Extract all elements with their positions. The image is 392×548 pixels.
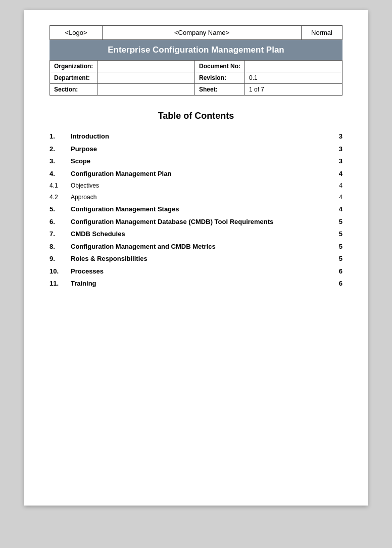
section-value xyxy=(97,84,195,96)
document-title: Enterprise Configuration Management Plan xyxy=(50,40,342,60)
toc-num: 6. xyxy=(50,217,71,227)
toc-text: Approach xyxy=(71,193,96,202)
toc-entry-4: 4.Configuration Management Plan4 xyxy=(50,169,342,179)
toc-text: Configuration Management Database (CMDB)… xyxy=(71,217,273,227)
status-cell: Normal xyxy=(301,26,342,40)
toc-entry-2: 2.Purpose3 xyxy=(50,144,342,154)
header-table: <Logo> <Company Name> Normal xyxy=(50,25,342,40)
toc-page: 3 xyxy=(332,131,342,142)
toc-num: 10. xyxy=(50,266,71,277)
toc-entry-13: 11.Training6 xyxy=(50,279,342,289)
toc-num: 11. xyxy=(50,279,71,289)
section-label: Section: xyxy=(50,84,97,96)
revision-value: 0.1 xyxy=(244,72,342,84)
toc-entry-10: 8.Configuration Management and CMDB Metr… xyxy=(50,242,342,252)
toc-entry-7: 5.Configuration Management Stages4 xyxy=(50,204,342,214)
toc-num: 2. xyxy=(50,144,71,154)
toc-text: Configuration Management and CMDB Metric… xyxy=(71,242,216,252)
toc-page: 4 xyxy=(332,169,342,179)
toc-num: 4.2 xyxy=(50,193,71,202)
logo-cell: <Logo> xyxy=(50,26,103,40)
toc-text: Configuration Management Stages xyxy=(71,204,179,214)
toc-page: 4 xyxy=(332,193,342,202)
toc-num: 7. xyxy=(50,229,71,239)
toc-page: 4 xyxy=(332,181,342,190)
toc-page: 6 xyxy=(332,279,342,289)
toc-num: 5. xyxy=(50,204,71,214)
toc-num: 9. xyxy=(50,254,71,264)
org-value xyxy=(97,61,195,72)
toc-text: CMDB Schedules xyxy=(71,229,125,239)
toc-entry-9: 7.CMDB Schedules5 xyxy=(50,229,342,239)
toc-num: 4. xyxy=(50,169,71,179)
toc-num: 8. xyxy=(50,242,71,252)
toc-text: Purpose xyxy=(71,144,97,154)
toc-entry-12: 10.Processes6 xyxy=(50,266,342,277)
company-cell: <Company Name> xyxy=(103,26,302,40)
toc-page: 5 xyxy=(332,217,342,227)
toc-page: 4 xyxy=(332,204,342,214)
org-label: Organization: xyxy=(50,61,97,72)
toc-page: 3 xyxy=(332,156,342,166)
toc-entry-6: 4.2Approach4 xyxy=(50,193,342,202)
toc-text: Configuration Management Plan xyxy=(71,169,171,179)
revision-label: Revision: xyxy=(194,72,244,84)
toc-container: 1.Introduction32.Purpose33.Scope34.Confi… xyxy=(50,131,342,289)
docno-label: Document No: xyxy=(194,61,244,72)
toc-num: 4.1 xyxy=(50,181,71,190)
toc-num: 1. xyxy=(50,131,71,142)
docno-value xyxy=(244,61,342,72)
logo-text: <Logo> xyxy=(65,29,87,36)
dept-label: Department: xyxy=(50,72,97,84)
toc-text: Objectives xyxy=(71,181,99,190)
toc-page: 3 xyxy=(332,144,342,154)
toc-entry-3: 3.Scope3 xyxy=(50,156,342,166)
toc-page: 6 xyxy=(332,266,342,277)
meta-table: Organization: Document No: Department: R… xyxy=(50,60,342,96)
status-text: Normal xyxy=(311,29,332,36)
toc-title: Table of Contents xyxy=(50,111,342,121)
toc-entry-8: 6.Configuration Management Database (CMD… xyxy=(50,217,342,227)
toc-entry-1: 1.Introduction3 xyxy=(50,131,342,142)
sheet-label: Sheet: xyxy=(194,84,244,96)
sheet-value: 1 of 7 xyxy=(244,84,342,96)
toc-text: Introduction xyxy=(71,131,109,142)
toc-text: Roles & Responsibilities xyxy=(71,254,148,264)
toc-page: 5 xyxy=(332,254,342,264)
document-page: <Logo> <Company Name> Normal Enterprise … xyxy=(24,10,368,506)
toc-entry-11: 9.Roles & Responsibilities5 xyxy=(50,254,342,264)
toc-page: 5 xyxy=(332,242,342,252)
company-text: <Company Name> xyxy=(174,29,229,36)
toc-entry-5: 4.1Objectives4 xyxy=(50,181,342,190)
toc-text: Training xyxy=(71,279,96,289)
toc-text: Processes xyxy=(71,266,104,277)
toc-text: Scope xyxy=(71,156,90,166)
toc-page: 5 xyxy=(332,229,342,239)
toc-num: 3. xyxy=(50,156,71,166)
dept-value xyxy=(97,72,195,84)
